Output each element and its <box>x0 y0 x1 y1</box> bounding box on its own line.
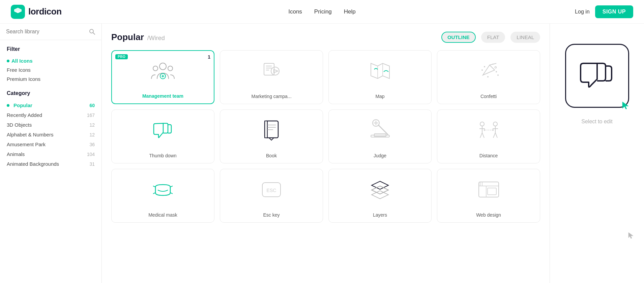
title-text: Popular <box>111 32 144 42</box>
signup-button[interactable]: SIGN UP <box>595 5 633 18</box>
filter-all-icons[interactable]: All Icons <box>7 56 95 65</box>
icon-card-layers[interactable]: Layers <box>328 169 432 223</box>
icon-visual <box>367 57 393 84</box>
svg-point-27 <box>487 76 489 77</box>
svg-point-24 <box>492 63 493 64</box>
icon-label: Book <box>266 153 277 158</box>
cursor-icon <box>622 101 629 110</box>
layout: Filter All Icons Free Icons Premium Icon… <box>0 24 644 283</box>
main-header: Popular /Wired OUTLINE FLAT LINEAL <box>111 32 540 43</box>
svg-marker-50 <box>484 129 485 131</box>
icon-card-confetti[interactable]: Confetti <box>437 50 540 104</box>
svg-rect-64 <box>488 188 496 195</box>
tab-lineal[interactable]: LINEAL <box>510 32 540 43</box>
search-input[interactable] <box>6 29 85 35</box>
svg-point-5 <box>153 66 158 71</box>
category-amusement-park[interactable]: Amusement Park 36 <box>7 139 95 149</box>
svg-point-21 <box>495 66 496 68</box>
category-animated-backgrounds[interactable]: Animated Backgrounds 31 <box>7 159 95 169</box>
icon-label: Layers <box>373 212 387 218</box>
icon-visual <box>258 57 285 84</box>
svg-line-54 <box>170 186 173 187</box>
icon-label: Web design <box>476 212 501 218</box>
filter-premium-icons[interactable]: Premium Icons <box>7 74 95 84</box>
icon-visual <box>475 176 502 203</box>
logo[interactable]: lordicon <box>11 5 62 19</box>
category-recently-added[interactable]: Recently Added 167 <box>7 110 95 120</box>
active-dot <box>7 60 9 62</box>
filter-free-icons[interactable]: Free Icons <box>7 65 95 74</box>
logo-icon <box>11 5 25 19</box>
header-actions: Log in SIGN UP <box>575 5 633 18</box>
svg-point-4 <box>159 63 166 70</box>
svg-line-35 <box>378 125 388 134</box>
select-to-edit-label: Select to edit <box>581 119 613 125</box>
main-content: Popular /Wired OUTLINE FLAT LINEAL PRO 1 <box>102 24 550 283</box>
icon-label: Management team <box>142 93 183 99</box>
svg-point-39 <box>480 122 484 126</box>
svg-line-47 <box>493 133 495 138</box>
category-title: Category <box>7 90 95 96</box>
svg-line-48 <box>495 133 497 138</box>
right-panel: Select to edit <box>550 24 644 283</box>
icon-visual <box>149 176 176 203</box>
sidebar-content: Filter All Icons Free Icons Premium Icon… <box>0 40 101 283</box>
icon-card-map[interactable]: Map <box>328 50 432 104</box>
header: lordicon Icons Pricing Help Log in SIGN … <box>0 0 644 24</box>
svg-point-23 <box>496 71 497 72</box>
icon-visual <box>367 176 393 203</box>
svg-point-6 <box>168 66 173 71</box>
svg-rect-29 <box>265 121 267 138</box>
category-3d-objects[interactable]: 3D Objects 12 <box>7 120 95 130</box>
title-subtitle: /Wired <box>147 35 165 42</box>
category-popular[interactable]: Popular 60 <box>7 100 95 110</box>
nav-pricing[interactable]: Pricing <box>314 8 332 15</box>
pro-number: 1 <box>208 54 210 60</box>
pro-badge: PRO <box>115 54 128 59</box>
nav-icons[interactable]: Icons <box>288 8 302 15</box>
icon-label: Judge <box>374 153 386 158</box>
icon-visual: ESC <box>258 176 285 203</box>
nav-help[interactable]: Help <box>344 8 356 15</box>
category-alphabet-numbers[interactable]: Alphabet & Numbers 12 <box>7 130 95 139</box>
svg-text:ESC: ESC <box>267 188 276 193</box>
svg-point-25 <box>481 69 483 71</box>
icon-label: Medical mask <box>148 212 177 218</box>
icon-card-book[interactable]: Book <box>220 109 323 163</box>
svg-line-43 <box>482 133 484 138</box>
icon-card-management-team[interactable]: PRO 1 Management team <box>111 50 214 104</box>
icon-card-esc-key[interactable]: ESC Esc key <box>220 169 323 223</box>
icon-visual <box>367 117 393 144</box>
svg-point-26 <box>497 74 499 76</box>
preview-box <box>565 44 629 108</box>
svg-marker-60 <box>372 191 388 199</box>
svg-line-55 <box>170 193 173 194</box>
category-animals[interactable]: Animals 104 <box>7 149 95 159</box>
icon-card-medical-mask[interactable]: Medical mask <box>111 169 214 223</box>
icon-grid: PRO 1 Management team <box>111 50 540 223</box>
icon-card-thumb-down[interactable]: Thumb down <box>111 109 214 163</box>
svg-point-44 <box>493 122 497 126</box>
active-dot <box>7 104 9 107</box>
view-tabs: OUTLINE FLAT LINEAL <box>441 32 540 43</box>
search-icon[interactable] <box>89 28 95 35</box>
icon-card-judge[interactable]: Judge <box>328 109 432 163</box>
cursor-icon-2 <box>628 232 634 239</box>
icon-label: Thumb down <box>149 153 177 158</box>
filter-section: Filter All Icons Free Icons Premium Icon… <box>7 46 95 84</box>
search-bar <box>0 24 101 40</box>
svg-marker-51 <box>493 129 494 131</box>
svg-line-42 <box>480 133 482 138</box>
main-nav: Icons Pricing Help <box>288 8 356 15</box>
main-title: Popular /Wired <box>111 32 165 42</box>
icon-label: Distance <box>479 153 498 158</box>
icon-card-marketing-campaign[interactable]: Marketing campa... <box>220 50 323 104</box>
icon-card-web-design[interactable]: Web design <box>437 169 540 223</box>
preview-icon <box>575 54 619 98</box>
icon-visual <box>475 57 502 84</box>
tab-flat[interactable]: FLAT <box>481 32 505 43</box>
login-button[interactable]: Log in <box>575 9 590 15</box>
sidebar: Filter All Icons Free Icons Premium Icon… <box>0 24 102 283</box>
tab-outline[interactable]: OUTLINE <box>441 32 476 43</box>
icon-card-distance[interactable]: Distance <box>437 109 540 163</box>
